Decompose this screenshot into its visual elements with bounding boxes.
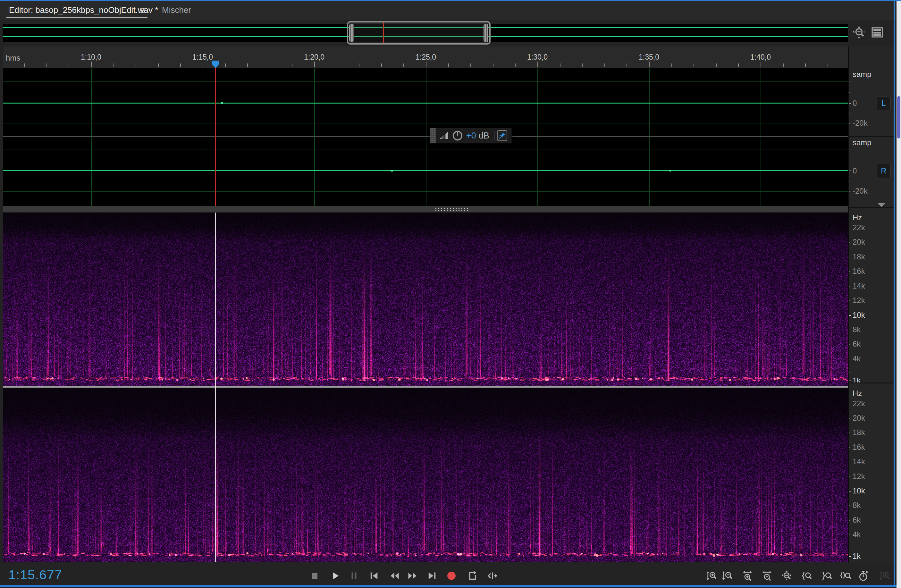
zoom-in-at-in-point-button[interactable] — [798, 568, 814, 584]
hud-separator — [494, 131, 494, 140]
vertical-scrollbar[interactable] — [896, 0, 901, 588]
ruler-tick — [270, 64, 270, 67]
ruler-tick — [337, 64, 337, 67]
left-channel-line — [3, 103, 848, 104]
zoom-navigator-icon[interactable] — [852, 25, 866, 39]
viewport-right-handle[interactable] — [483, 24, 488, 42]
panel-layout-icon[interactable] — [871, 26, 884, 39]
skip-to-start-button[interactable] — [366, 568, 382, 584]
ruler-tick — [91, 62, 92, 67]
zoom-out-vertical-button[interactable] — [719, 568, 736, 584]
left-channel-line — [3, 81, 848, 82]
ruler-tick-label: 1:30,0 — [527, 53, 548, 62]
tab-mixer[interactable]: Mischer — [162, 5, 191, 15]
rewind-button[interactable] — [386, 568, 403, 584]
fast-forward-button[interactable] — [404, 568, 421, 584]
overview-viewport-rectangle[interactable] — [347, 21, 491, 45]
ruler-tick — [47, 64, 47, 67]
time-ruler[interactable]: hms 1:10,01:15,01:20,01:25,01:30,01:35,0… — [3, 47, 848, 68]
tab-editor[interactable]: Editor: basop_256kbps_noObjEdit.wav * — [9, 5, 158, 15]
ruler-tick — [426, 62, 426, 67]
ruler-tick — [538, 62, 538, 67]
hud-drag-handle[interactable] — [430, 128, 436, 143]
amplitude-unit-label: samp — [853, 138, 871, 147]
hud-gain-unit: dB — [479, 131, 489, 141]
gain-hud[interactable]: +0 dB — [430, 128, 512, 143]
ruler-tick — [560, 64, 561, 67]
channel-r-button[interactable]: R — [877, 164, 891, 178]
skip-selection-button[interactable] — [484, 568, 501, 584]
frequency-label: 1k — [853, 552, 860, 561]
frequency-label: 1k — [853, 376, 860, 385]
waveform-view[interactable] — [3, 68, 848, 206]
right-channel-line — [3, 149, 848, 150]
zoom-vertical-disabled-button[interactable] — [876, 568, 893, 584]
zoom-in-at-out-point-button[interactable] — [818, 568, 835, 584]
skip-to-end-button[interactable] — [424, 568, 441, 584]
vertical-scrollbar-thumb[interactable] — [897, 96, 900, 139]
scale-column: samp0-20kLsamp0-20kRHz22k20k18k16k14k12k… — [848, 47, 894, 563]
hud-pin-button[interactable] — [497, 130, 507, 141]
knob-icon[interactable] — [452, 130, 463, 141]
frequency-label: 20k — [853, 413, 865, 423]
pause-button[interactable] — [346, 568, 362, 584]
frequency-label: 8k — [853, 501, 860, 510]
viewport-left-handle[interactable] — [349, 24, 354, 42]
ruler-tick — [292, 64, 292, 67]
ruler-tick-label: 1:20,0 — [304, 53, 324, 62]
time-display[interactable]: 1:15.677 — [8, 568, 62, 583]
ruler-tick — [403, 64, 404, 67]
spectrogram-right-channel[interactable] — [3, 388, 848, 562]
channel-l-button[interactable]: L — [877, 96, 891, 110]
ruler-tick — [381, 64, 382, 67]
ruler-tick-label: 1:10,0 — [81, 53, 101, 62]
play-button[interactable] — [326, 568, 343, 584]
splitter-grip[interactable] — [435, 207, 468, 211]
view-splitter[interactable] — [3, 206, 848, 212]
focus-border-bottom — [0, 585, 896, 587]
ruler-tick — [448, 64, 449, 67]
frequency-label: 22k — [853, 399, 865, 408]
ruler-tick — [627, 64, 627, 67]
loop-playback-button[interactable] — [464, 568, 480, 584]
frequency-label: 10k — [853, 487, 865, 495]
ruler-tick — [314, 62, 315, 67]
zoom-to-selection-button[interactable] — [837, 568, 854, 584]
stop-button[interactable] — [306, 568, 323, 584]
amplitude-neg-label: -20k — [853, 187, 868, 196]
scale-column-border — [848, 47, 849, 563]
focus-border-right — [894, 1, 895, 587]
zoom-out-horizontal-button[interactable] — [759, 568, 775, 584]
frequency-label: 12k — [853, 296, 865, 305]
ruler-tick — [649, 62, 650, 67]
frequency-label: 14k — [853, 281, 865, 290]
ruler-tick — [716, 64, 717, 67]
pin-icon — [498, 132, 506, 139]
spectrogram-left-channel[interactable] — [3, 212, 848, 386]
scale-section-divider — [848, 382, 894, 384]
zoom-in-horizontal-button[interactable] — [739, 568, 756, 584]
zoom-to-playhead-button[interactable] — [855, 568, 872, 584]
waveform-playhead-line — [215, 68, 216, 206]
ruler-tick — [225, 64, 226, 67]
frequency-label: 20k — [853, 237, 865, 246]
amplitude-zero-label: 0 — [853, 166, 857, 175]
frequency-label: 6k — [853, 516, 860, 524]
panel-menu-icon[interactable] — [139, 7, 148, 14]
zoom-out-full-button[interactable] — [778, 568, 795, 584]
scale-section-divider — [848, 207, 894, 208]
amplitude-zero-label: 0 — [853, 99, 857, 108]
frequency-label: 10k — [853, 311, 865, 320]
frequency-label: 12k — [853, 472, 865, 481]
ruler-tick — [203, 62, 203, 67]
ruler-tick — [136, 64, 136, 67]
spectral-channel-divider — [3, 386, 848, 388]
ruler-tick — [672, 64, 672, 67]
playhead-marker[interactable] — [211, 60, 220, 68]
ruler-tick-label: 1:35,0 — [639, 53, 659, 62]
audio-editor-panel: Editor: basop_256kbps_noObjEdit.wav * Mi… — [0, 0, 901, 588]
amplitude-neg-label: -20k — [853, 119, 868, 128]
zoom-in-vertical-button[interactable] — [703, 568, 720, 584]
record-button[interactable] — [443, 568, 460, 584]
ruler-tick — [493, 64, 493, 67]
